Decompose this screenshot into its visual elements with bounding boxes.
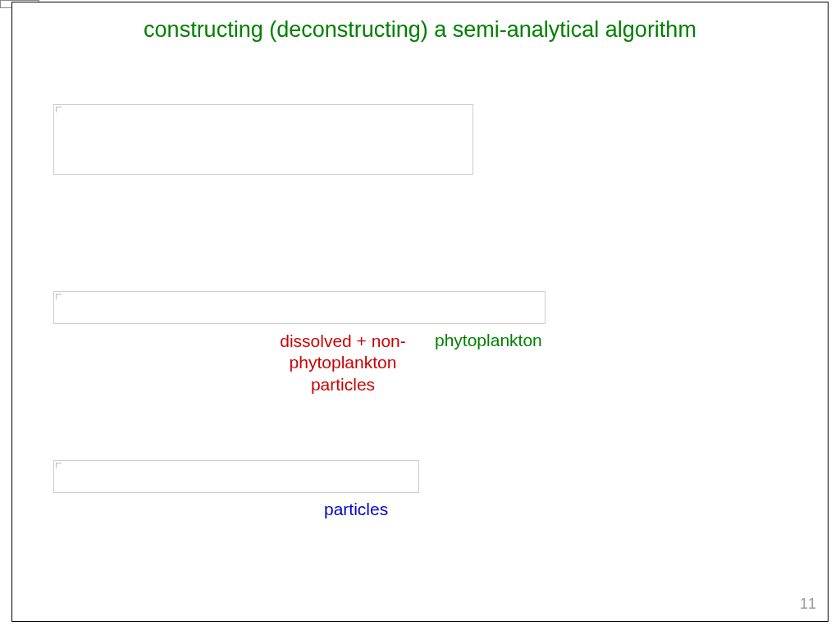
slide-title: constructing (deconstructing) a semi-ana… [12, 17, 828, 43]
placeholder-box-2 [53, 291, 546, 324]
label-particles: particles [324, 500, 388, 519]
placeholder-box-3 [53, 460, 419, 493]
placeholder-box-1 [53, 104, 473, 175]
label-dissolved-nonphyto: dissolved + non-phytoplankton particles [265, 331, 421, 395]
page-number: 11 [800, 596, 816, 613]
slide-frame: constructing (deconstructing) a semi-ana… [11, 2, 829, 622]
label-phytoplankton: phytoplankton [435, 331, 542, 350]
